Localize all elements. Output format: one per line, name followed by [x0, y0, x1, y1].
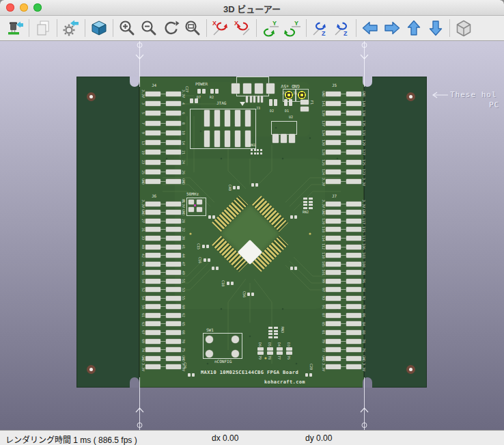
f1-label: F1	[310, 100, 314, 105]
connector-j7: J7 3.3V 3.3V GND	[321, 193, 366, 371]
long-left-arrow-icon	[431, 92, 449, 98]
ortho-projection-button[interactable]	[453, 17, 475, 39]
pin-row: GND GND	[141, 208, 186, 217]
pin-pad	[326, 140, 341, 145]
pin-label: 3.3V	[361, 363, 366, 371]
rotate-x-cw-icon: X	[234, 19, 251, 37]
pin-pad	[346, 179, 361, 184]
pin-row: 54 55	[141, 294, 186, 303]
rotate-x-neg-button[interactable]: X	[210, 17, 232, 39]
render-options-button[interactable]	[60, 17, 82, 39]
pin-label: 139	[321, 110, 326, 116]
pin-pad	[145, 121, 160, 126]
pcb-left-wing	[76, 77, 139, 388]
pin-pad	[166, 131, 181, 135]
pin-pad	[166, 304, 181, 309]
pin-label: 33	[141, 236, 145, 240]
pin-row: 3.3V 3.3V	[321, 200, 366, 208]
pin-label: GND	[321, 91, 326, 97]
pin-pad	[145, 304, 160, 309]
pin-label: 115	[361, 226, 366, 232]
c15-label: C15	[197, 243, 201, 250]
pin-pad	[326, 131, 341, 135]
pin-label: 96	[361, 279, 366, 283]
pin-pad	[145, 245, 160, 250]
pin-row: 101 98	[321, 268, 366, 277]
render-3d-button[interactable]	[88, 17, 110, 39]
pin-label: GND	[141, 355, 145, 362]
pin-pad	[166, 313, 181, 318]
pin-label: 81	[321, 330, 326, 334]
status-dx: dx 0.00	[212, 433, 238, 443]
move-right-button[interactable]	[381, 17, 403, 39]
move-left-button[interactable]	[359, 17, 381, 39]
rotate-y-neg-button[interactable]: Y	[260, 17, 281, 39]
toolbar-separator	[85, 19, 85, 37]
pin-pad	[145, 92, 160, 96]
pin-pad	[166, 121, 181, 126]
rotate-y-pos-button[interactable]: Y	[281, 17, 303, 39]
pin-label: 3.3V	[321, 363, 326, 371]
pin-row: 74 75	[141, 345, 186, 354]
pin-row: 126 125	[321, 157, 366, 167]
status-render-time: レンダリング時間 1 ms ( 886.5 fps )	[5, 433, 137, 445]
pin-row: 97 94	[321, 285, 366, 294]
pin-label: 4	[181, 103, 186, 105]
toolbar-separator	[29, 19, 29, 37]
pin-pad	[145, 356, 160, 361]
pin-row: 91 90	[321, 303, 366, 312]
3d-viewport[interactable]: POWER D7 R2 C27 J2 J1 GND +5V D2 D1 F1 U…	[0, 41, 504, 430]
pin-label: 79	[321, 339, 326, 343]
pin-pad	[145, 210, 160, 215]
c28-label: C28	[183, 362, 187, 368]
zoom-fit-button[interactable]	[182, 17, 204, 39]
pin-row: 50 51	[141, 277, 186, 286]
pin-pad	[166, 321, 181, 326]
pin-pad	[166, 150, 181, 154]
pin-pad	[166, 236, 181, 241]
mounting-hole	[406, 92, 415, 101]
pin-label: GND	[181, 355, 186, 362]
redraw-button[interactable]	[160, 17, 182, 39]
rotate-x-pos-button[interactable]: X	[232, 17, 253, 39]
pin-pad	[346, 150, 361, 154]
j2-pad	[243, 83, 251, 94]
pin-row: 59 60	[141, 303, 186, 312]
r2-label: R2	[210, 96, 214, 99]
pin-row: GND GND	[321, 354, 366, 363]
pin-pad	[145, 330, 160, 335]
pin-pad	[166, 270, 181, 275]
zoom-in-button[interactable]	[116, 17, 138, 39]
pin-pad	[166, 287, 181, 292]
pin-row: 3.3V 3.3V	[321, 177, 366, 187]
pin-label: 6	[181, 112, 186, 114]
led: D4 77	[276, 342, 283, 360]
svg-text:Y: Y	[294, 20, 298, 27]
rotate-z-pos-button[interactable]: Z	[331, 17, 353, 39]
pin-label: 44	[181, 254, 186, 258]
reload-board-button[interactable]	[4, 17, 26, 39]
pin-pad	[166, 245, 181, 250]
pin-row: GND GND	[141, 177, 186, 187]
copy-image-button[interactable]	[32, 17, 54, 39]
pin-label: 138	[361, 110, 366, 116]
led-pin-number: 78	[268, 355, 272, 360]
pin-pad	[166, 279, 181, 284]
rotate-z-neg-button[interactable]: Z	[309, 17, 331, 39]
j3-label: J3	[256, 107, 260, 110]
pin-label: 126	[321, 159, 326, 165]
pin-label: GND	[141, 178, 145, 185]
pin-pad	[346, 121, 361, 126]
svg-text:X: X	[212, 20, 216, 27]
move-down-button[interactable]	[425, 17, 447, 39]
move-up-button[interactable]	[403, 17, 425, 39]
pin-label: 41	[181, 245, 186, 249]
pin-pad	[166, 296, 181, 301]
zoom-out-button[interactable]	[138, 17, 160, 39]
pin-row: 7 8	[141, 118, 186, 128]
connector-label: J6	[152, 193, 186, 200]
title-bar[interactable]: 3D ビューアー	[0, 0, 504, 16]
pin-row: 81 80	[321, 328, 366, 337]
pin-label: 93	[321, 296, 326, 300]
pin-label: 75	[181, 348, 186, 352]
